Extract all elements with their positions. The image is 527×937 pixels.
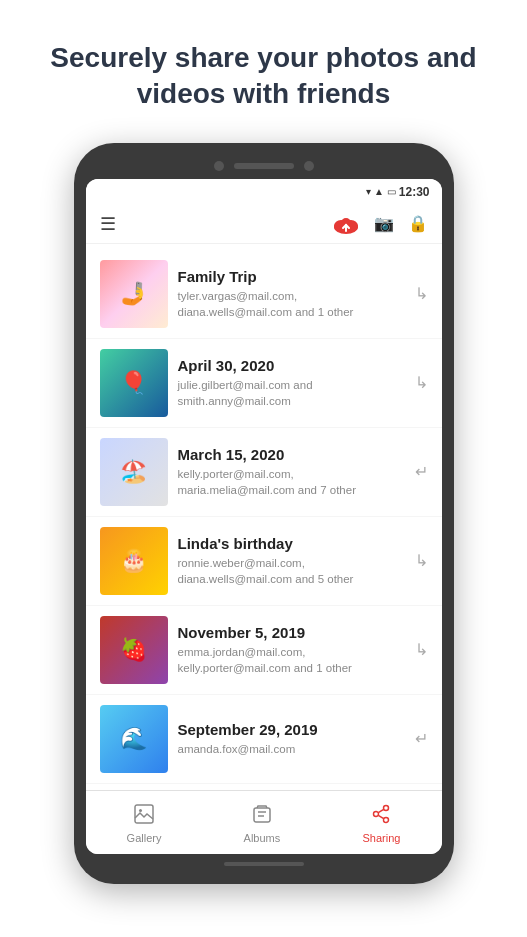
wifi-icon: ▾ xyxy=(366,186,371,197)
album-thumb-lindas-birthday: 🎂 xyxy=(100,527,168,595)
album-name-family-trip: Family Trip xyxy=(178,268,405,285)
album-arrow-family-trip: ↳ xyxy=(415,284,428,303)
nav-item-albums[interactable]: Albums xyxy=(228,799,297,848)
nav-icon-albums xyxy=(251,803,273,829)
cloud-icon[interactable] xyxy=(332,214,360,234)
album-name-lindas-birthday: Linda's birthday xyxy=(178,535,405,552)
phone-camera-front-right xyxy=(304,161,314,171)
album-arrow-november-2019: ↳ xyxy=(415,640,428,659)
status-icons: ▾ ▲ ▭ 12:30 xyxy=(366,185,430,199)
album-name-september-2019: September 29, 2019 xyxy=(178,721,405,738)
bottom-nav: Gallery Albums Sharing xyxy=(86,790,442,854)
album-name-april-2020: April 30, 2020 xyxy=(178,357,405,374)
album-info-september-2019: September 29, 2019 amanda.fox@mail.com xyxy=(168,721,415,757)
app-bar-right: 📷 🔒 xyxy=(332,214,428,234)
phone-speaker xyxy=(234,163,294,169)
album-item-november-2019[interactable]: 🍓 November 5, 2019 emma.jordan@mail.com,… xyxy=(86,606,442,695)
album-shared-march-2020: kelly.porter@mail.com, maria.melia@mail.… xyxy=(178,466,405,498)
album-item-april-2020[interactable]: 🎈 April 30, 2020 julie.gilbert@mail.com … xyxy=(86,339,442,428)
album-thumb-march-2020: 🏖️ xyxy=(100,438,168,506)
svg-point-12 xyxy=(384,817,389,822)
album-arrow-lindas-birthday: ↳ xyxy=(415,551,428,570)
svg-point-11 xyxy=(374,811,379,816)
album-shared-family-trip: tyler.vargas@mail.com, diana.wells@mail.… xyxy=(178,288,405,320)
album-info-lindas-birthday: Linda's birthday ronnie.weber@mail.com, … xyxy=(168,535,415,587)
nav-label-gallery: Gallery xyxy=(127,832,162,844)
phone-home-bar xyxy=(224,862,304,866)
svg-rect-5 xyxy=(135,805,153,823)
nav-item-sharing[interactable]: Sharing xyxy=(346,799,416,848)
albums-list: 🤳 Family Trip tyler.vargas@mail.com, dia… xyxy=(86,244,442,790)
svg-line-14 xyxy=(379,815,384,818)
album-item-lindas-birthday[interactable]: 🎂 Linda's birthday ronnie.weber@mail.com… xyxy=(86,517,442,606)
album-shared-november-2019: emma.jordan@mail.com, kelly.porter@mail.… xyxy=(178,644,405,676)
album-shared-september-2019: amanda.fox@mail.com xyxy=(178,741,405,757)
album-info-november-2019: November 5, 2019 emma.jordan@mail.com, k… xyxy=(168,624,415,676)
album-item-march-2020[interactable]: 🏖️ March 15, 2020 kelly.porter@mail.com,… xyxy=(86,428,442,517)
album-name-november-2019: November 5, 2019 xyxy=(178,624,405,641)
phone-wrapper: ▾ ▲ ▭ 12:30 ☰ 📷 🔒 xyxy=(74,143,454,884)
nav-icon-sharing xyxy=(370,803,392,829)
album-info-april-2020: April 30, 2020 julie.gilbert@mail.com an… xyxy=(168,357,415,409)
page-header: Securely share your photos and videos wi… xyxy=(0,0,527,143)
nav-icon-gallery xyxy=(133,803,155,829)
page-title: Securely share your photos and videos wi… xyxy=(40,40,487,113)
hamburger-icon[interactable]: ☰ xyxy=(100,213,116,235)
phone-camera-front-left xyxy=(214,161,224,171)
gallery-icon xyxy=(133,803,155,825)
album-info-family-trip: Family Trip tyler.vargas@mail.com, diana… xyxy=(168,268,415,320)
albums-icon xyxy=(251,803,273,825)
album-arrow-march-2020: ↵ xyxy=(415,462,428,481)
album-arrow-september-2019: ↵ xyxy=(415,729,428,748)
album-thumb-april-2020: 🎈 xyxy=(100,349,168,417)
album-thumb-november-2019: 🍓 xyxy=(100,616,168,684)
nav-item-gallery[interactable]: Gallery xyxy=(111,799,178,848)
svg-line-13 xyxy=(379,809,384,812)
lock-icon[interactable]: 🔒 xyxy=(408,214,428,233)
album-item-september-2019[interactable]: 🌊 September 29, 2019 amanda.fox@mail.com… xyxy=(86,695,442,784)
battery-icon: ▭ xyxy=(387,186,396,197)
album-shared-lindas-birthday: ronnie.weber@mail.com, diana.wells@mail.… xyxy=(178,555,405,587)
signal-icon: ▲ xyxy=(374,186,384,197)
sharing-icon xyxy=(370,803,392,825)
album-name-march-2020: March 15, 2020 xyxy=(178,446,405,463)
camera-icon[interactable]: 📷 xyxy=(374,214,394,233)
app-bar: ☰ 📷 🔒 xyxy=(86,205,442,244)
status-time: 12:30 xyxy=(399,185,430,199)
album-thumb-september-2019: 🌊 xyxy=(100,705,168,773)
phone-screen: ▾ ▲ ▭ 12:30 ☰ 📷 🔒 xyxy=(86,179,442,854)
album-info-march-2020: March 15, 2020 kelly.porter@mail.com, ma… xyxy=(168,446,415,498)
album-thumb-family-trip: 🤳 xyxy=(100,260,168,328)
svg-point-10 xyxy=(384,805,389,810)
status-bar: ▾ ▲ ▭ 12:30 xyxy=(86,179,442,205)
album-arrow-april-2020: ↳ xyxy=(415,373,428,392)
album-item-family-trip[interactable]: 🤳 Family Trip tyler.vargas@mail.com, dia… xyxy=(86,250,442,339)
phone-notch-area xyxy=(86,161,442,171)
album-shared-april-2020: julie.gilbert@mail.com and smith.anny@ma… xyxy=(178,377,405,409)
app-bar-left: ☰ xyxy=(100,213,116,235)
nav-label-albums: Albums xyxy=(244,832,281,844)
svg-rect-7 xyxy=(254,808,270,822)
nav-label-sharing: Sharing xyxy=(362,832,400,844)
svg-point-6 xyxy=(139,809,142,812)
